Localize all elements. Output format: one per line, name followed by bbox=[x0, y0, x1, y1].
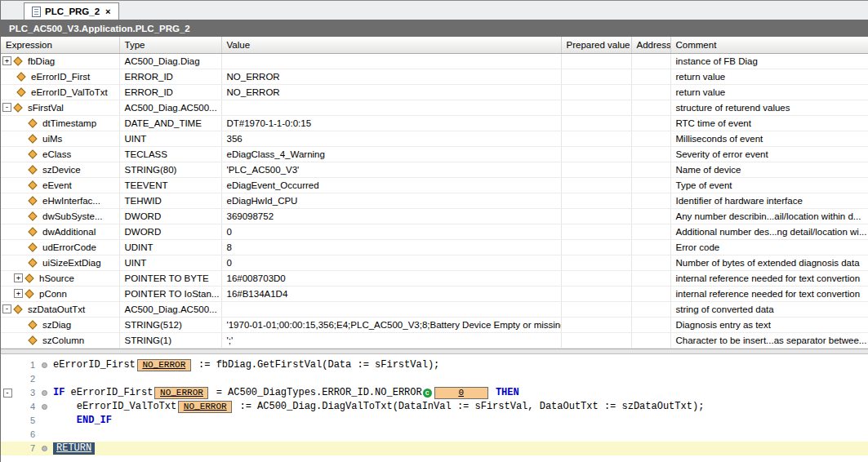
tab-plc-prg-2[interactable]: PLC_PRG_2 × bbox=[24, 2, 119, 20]
variable-diamond-icon bbox=[28, 134, 37, 143]
code-fragment: eErrorID_First bbox=[65, 387, 153, 398]
comment-cell: Type of event bbox=[670, 177, 868, 193]
statement-bullet-icon bbox=[42, 362, 47, 368]
inline-monitor-value: NO_ERROR bbox=[137, 359, 191, 371]
inline-monitor-value: 0 bbox=[434, 387, 488, 399]
prepared-value-cell[interactable] bbox=[561, 146, 631, 162]
inline-monitor-value: NO_ERROR bbox=[154, 387, 208, 399]
table-row[interactable]: eErrorID_ValToTxtERROR_IDNO_ERRORreturn … bbox=[1, 84, 868, 100]
code-line[interactable]: 6 bbox=[1, 428, 868, 442]
table-row[interactable]: eEventTEEVENTeDiagEvent_OccurredType of … bbox=[1, 177, 868, 193]
tab-close-icon[interactable]: × bbox=[105, 7, 110, 16]
prepared-value-cell[interactable] bbox=[561, 255, 631, 270]
table-row[interactable]: udErrorCodeUDINT8Error code bbox=[1, 239, 868, 255]
expression-cell: szDiag bbox=[1, 317, 119, 332]
prepared-value-cell[interactable] bbox=[561, 193, 631, 208]
code-editor[interactable]: 1eErrorID_FirstNO_ERROR := fbDiag.GetFir… bbox=[1, 354, 868, 462]
expression-cell: dwAdditional bbox=[1, 224, 119, 239]
type-cell: UINT bbox=[119, 255, 221, 270]
prepared-value-cell[interactable] bbox=[561, 286, 631, 301]
type-cell: AC500_Diag.Diag bbox=[119, 53, 221, 69]
comment-cell: structure of returend values bbox=[670, 100, 868, 115]
collapse-icon[interactable]: - bbox=[2, 103, 11, 112]
expression-cell: eHwInterfac... bbox=[1, 193, 119, 208]
code-text: RETURN bbox=[53, 442, 868, 455]
table-row[interactable]: dwSubSyste...DWORD369098752Any number de… bbox=[1, 208, 868, 224]
prepared-value-cell[interactable] bbox=[561, 239, 631, 255]
code-line-current[interactable]: 7RETURN bbox=[1, 442, 868, 455]
address-cell bbox=[631, 69, 670, 84]
prepared-value-cell[interactable] bbox=[561, 53, 631, 69]
table-row[interactable]: dwAdditionalDWORD0Additional number des.… bbox=[1, 224, 868, 239]
column-header[interactable]: Prepared value bbox=[561, 37, 631, 53]
expression-cell: +hSource bbox=[1, 270, 119, 286]
code-line[interactable]: 1eErrorID_FirstNO_ERROR := fbDiag.GetFir… bbox=[1, 358, 868, 372]
code-line[interactable]: 5 END_IF bbox=[1, 414, 868, 428]
code-line[interactable]: -3IF eErrorID_FirstNO_ERROR = AC500_Diag… bbox=[1, 386, 868, 400]
table-row[interactable]: eHwInterfac...TEHWIDeDiagHwId_CPUIdentif… bbox=[1, 193, 868, 208]
comment-cell: instance of FB Diag bbox=[670, 53, 868, 69]
expand-icon[interactable]: + bbox=[14, 289, 23, 298]
statement-gutter[interactable] bbox=[42, 362, 53, 368]
table-row[interactable]: szDiagSTRING(512)'1970-01-01;00:00:15,35… bbox=[1, 317, 868, 332]
line-number: 1 bbox=[14, 360, 42, 370]
table-row[interactable]: +fbDiagAC500_Diag.Diaginstance of FB Dia… bbox=[1, 53, 868, 69]
prepared-value-cell[interactable] bbox=[561, 270, 631, 286]
prepared-value-cell[interactable] bbox=[561, 177, 631, 193]
expand-icon[interactable]: + bbox=[14, 273, 23, 282]
table-row[interactable]: +pConnPOINTER TO IoStan...16#B134A1D4int… bbox=[1, 286, 868, 301]
table-row[interactable]: -szDataOutTxtAC500_Diag.AC500...string o… bbox=[1, 301, 868, 317]
table-row[interactable]: uiMsUINT356Milliseconds of event bbox=[1, 131, 868, 146]
table-row[interactable]: eErrorID_FirstERROR_IDNO_ERRORreturn val… bbox=[1, 69, 868, 84]
prepared-value-cell[interactable] bbox=[561, 131, 631, 146]
prepared-value-cell[interactable] bbox=[561, 317, 631, 332]
column-header[interactable]: Address bbox=[631, 37, 670, 53]
code-line[interactable]: 2 bbox=[1, 372, 868, 386]
table-row[interactable]: szDeviceSTRING(80)'PLC_AC500_V3'Name of … bbox=[1, 162, 868, 177]
table-row[interactable]: eClassTECLASSeDiagClass_4_WarningSeverit… bbox=[1, 146, 868, 162]
type-cell: DWORD bbox=[119, 224, 221, 239]
address-cell bbox=[631, 146, 670, 162]
variable-diamond-icon bbox=[28, 165, 37, 174]
code-fragment bbox=[490, 387, 496, 398]
splitter-handle[interactable] bbox=[1, 349, 868, 354]
statement-gutter[interactable] bbox=[42, 390, 53, 396]
table-row[interactable]: -sFirstValAC500_Diag.AC500...structure o… bbox=[1, 100, 868, 115]
expression-label: uiMs bbox=[42, 134, 62, 144]
expression-cell: uiSizeExtDiag bbox=[1, 255, 119, 270]
table-row[interactable]: dtTimestampDATE_AND_TIMEDT#1970-1-1-0:0:… bbox=[1, 115, 868, 131]
address-cell bbox=[631, 53, 670, 69]
collapse-icon[interactable]: - bbox=[2, 304, 11, 313]
expression-cell: udErrorCode bbox=[1, 239, 119, 255]
code-line[interactable]: 4 eErrorID_ValToTxtNO_ERROR := AC500_Dia… bbox=[1, 400, 868, 414]
prepared-value-cell[interactable] bbox=[561, 100, 631, 115]
expression-cell: szDevice bbox=[1, 162, 119, 177]
type-cell: AC500_Diag.AC500... bbox=[119, 100, 221, 115]
column-header[interactable]: Type bbox=[119, 37, 221, 53]
prepared-value-cell[interactable] bbox=[561, 332, 631, 348]
prepared-value-cell[interactable] bbox=[561, 115, 631, 131]
table-row[interactable]: uiSizeExtDiagUINT0Number of bytes of ext… bbox=[1, 255, 868, 270]
address-cell bbox=[631, 100, 670, 115]
column-header[interactable]: Comment bbox=[670, 37, 868, 53]
expression-label: szDiag bbox=[42, 320, 71, 330]
column-header[interactable]: Expression bbox=[1, 37, 119, 53]
fold-column: - bbox=[1, 389, 14, 398]
prepared-value-cell[interactable] bbox=[561, 69, 631, 84]
statement-gutter[interactable] bbox=[42, 446, 53, 451]
table-row[interactable]: szColumnSTRING(1)';'Character to be inse… bbox=[1, 332, 868, 348]
prepared-value-cell[interactable] bbox=[561, 224, 631, 239]
type-cell: TEHWID bbox=[119, 193, 221, 208]
prepared-value-cell[interactable] bbox=[561, 301, 631, 317]
variable-diamond-icon bbox=[24, 273, 33, 282]
table-row[interactable]: +hSourcePOINTER TO BYTE16#008703D0intern… bbox=[1, 270, 868, 286]
statement-gutter[interactable] bbox=[42, 404, 53, 410]
column-header[interactable]: Value bbox=[221, 37, 561, 53]
prepared-value-cell[interactable] bbox=[561, 84, 631, 100]
expression-cell: dtTimestamp bbox=[1, 115, 119, 131]
collapse-icon[interactable]: - bbox=[3, 389, 12, 398]
expand-icon[interactable]: + bbox=[2, 56, 11, 65]
prepared-value-cell[interactable] bbox=[561, 208, 631, 224]
expression-label: szColumn bbox=[42, 335, 84, 345]
prepared-value-cell[interactable] bbox=[561, 162, 631, 177]
